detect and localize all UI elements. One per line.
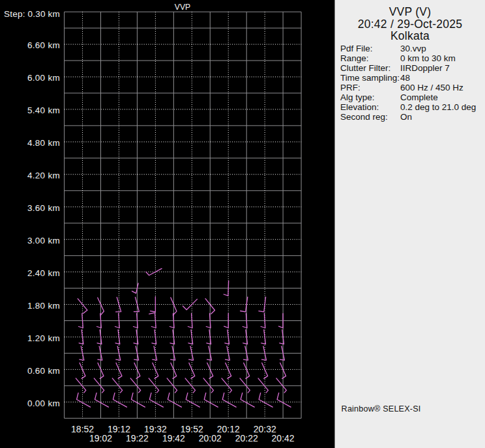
- svg-text:6.00 km: 6.00 km: [27, 73, 60, 83]
- svg-text:Pdf File:: Pdf File:: [340, 44, 373, 53]
- svg-text:19:02: 19:02: [89, 433, 112, 443]
- svg-text:PRF:: PRF:: [340, 83, 360, 92]
- svg-text:30.vvp: 30.vvp: [400, 44, 426, 53]
- svg-text:VVP (V): VVP (V): [389, 5, 432, 18]
- svg-text:20:42: 20:42: [272, 433, 295, 443]
- svg-text:Clutter Filter:: Clutter Filter:: [340, 63, 390, 73]
- svg-text:0 km to 30 km: 0 km to 30 km: [400, 53, 456, 63]
- svg-text:20:22: 20:22: [235, 433, 258, 443]
- svg-text:20:02: 20:02: [199, 433, 222, 443]
- svg-text:Complete: Complete: [400, 92, 438, 102]
- svg-text:5.40 km: 5.40 km: [27, 105, 60, 115]
- svg-text:Kolkata: Kolkata: [390, 29, 430, 42]
- svg-text:1.20 km: 1.20 km: [27, 333, 60, 343]
- svg-text:IIRDoppler 7: IIRDoppler 7: [400, 63, 450, 73]
- svg-text:Range:: Range:: [340, 53, 369, 63]
- svg-text:4.20 km: 4.20 km: [27, 171, 60, 180]
- svg-text:6.60 km: 6.60 km: [27, 40, 60, 50]
- svg-text:Step: 0.30 km: Step: 0.30 km: [4, 9, 60, 19]
- svg-text:3.00 km: 3.00 km: [27, 236, 60, 245]
- svg-text:4.80 km: 4.80 km: [27, 138, 60, 148]
- svg-text:Elevation:: Elevation:: [340, 102, 379, 112]
- svg-text:3.60 km: 3.60 km: [27, 203, 60, 213]
- svg-text:0.00 km: 0.00 km: [27, 399, 60, 408]
- svg-text:19:42: 19:42: [162, 433, 185, 443]
- svg-text:0.60 km: 0.60 km: [27, 366, 60, 376]
- svg-text:VVP: VVP: [175, 3, 190, 12]
- svg-text:20:42 / 29-Oct-2025: 20:42 / 29-Oct-2025: [358, 18, 462, 31]
- svg-text:Rainbow® SELEX-SI: Rainbow® SELEX-SI: [342, 404, 421, 413]
- svg-text:600 Hz / 450 Hz: 600 Hz / 450 Hz: [400, 83, 463, 92]
- svg-text:0.2 deg to 21.0 deg: 0.2 deg to 21.0 deg: [400, 102, 476, 112]
- svg-text:48: 48: [400, 73, 410, 83]
- svg-text:Alg type:: Alg type:: [340, 92, 375, 102]
- svg-text:19:22: 19:22: [126, 433, 149, 443]
- svg-text:Time sampling:: Time sampling:: [340, 73, 400, 83]
- svg-text:On: On: [400, 112, 412, 122]
- svg-text:2.40 km: 2.40 km: [27, 268, 60, 278]
- svg-text:Second reg:: Second reg:: [340, 112, 388, 122]
- svg-text:1.80 km: 1.80 km: [27, 301, 60, 311]
